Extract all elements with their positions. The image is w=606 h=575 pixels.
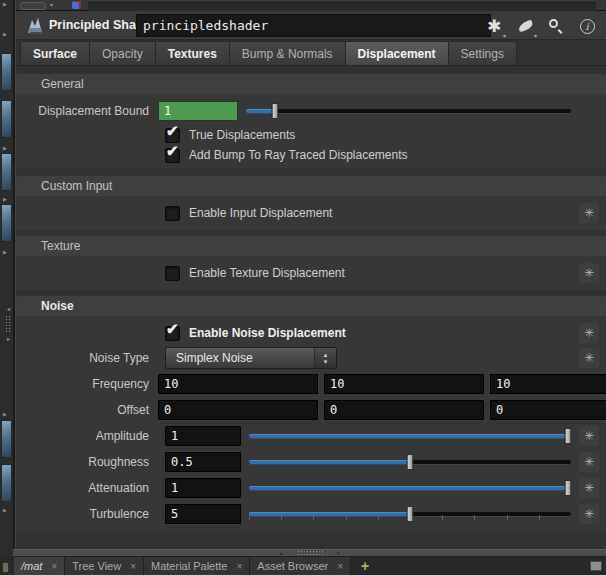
upper-pane-button[interactable] xyxy=(20,2,46,10)
divider-grip[interactable] xyxy=(297,550,323,556)
frequency-z-input[interactable] xyxy=(490,374,606,394)
shelf-thumbnail[interactable] xyxy=(1,153,12,191)
slider-track[interactable] xyxy=(246,109,571,113)
turbulence-slider[interactable] xyxy=(249,506,571,522)
slider-handle[interactable] xyxy=(407,454,414,470)
search-button[interactable] xyxy=(545,14,567,38)
param-menu-gear-icon[interactable]: ✳ xyxy=(579,478,599,498)
section-header-custom-input[interactable]: Custom Input xyxy=(16,176,606,196)
slider-handle[interactable] xyxy=(407,506,414,522)
param-row-noise-type: Noise Type Simplex Noise ▲▼ ✳ xyxy=(16,345,606,371)
param-row-offset: Offset ✳ xyxy=(16,397,606,423)
splitter-right-icon[interactable]: ▸ xyxy=(7,336,10,342)
collapse-down-icon[interactable]: ▾ xyxy=(337,550,340,556)
slider-handle[interactable] xyxy=(564,480,571,496)
pane-tab-asset-browser[interactable]: Asset Browser × xyxy=(250,557,351,575)
section-header-noise[interactable]: Noise xyxy=(16,296,606,316)
pane-tab-tree-view[interactable]: Tree View × xyxy=(65,557,144,575)
enable-input-checkbox[interactable] xyxy=(165,206,180,221)
parameter-pane: General Displacement Bound ✔ True Displa… xyxy=(16,66,606,549)
displacement-bound-input[interactable] xyxy=(158,101,238,121)
param-menu-gear-icon[interactable]: ✳ xyxy=(579,504,599,524)
slider-fill xyxy=(249,460,410,464)
add-bump-checkbox[interactable]: ✔ xyxy=(165,148,180,163)
roughness-input[interactable] xyxy=(165,452,241,472)
gear-menu-icon[interactable]: ✱ ▾ xyxy=(483,14,505,38)
dropdown-value: Simplex Noise xyxy=(166,351,314,365)
offset-y-input[interactable] xyxy=(324,400,484,420)
collapse-up-icon[interactable]: ▴ xyxy=(279,550,282,556)
pane-divider[interactable]: ▴ ▾ xyxy=(13,549,606,557)
tab-bump-normals[interactable]: Bump & Normals xyxy=(229,41,346,65)
info-button[interactable]: i xyxy=(576,14,598,38)
gear-icon: ✱ xyxy=(487,18,501,35)
offset-x-input[interactable] xyxy=(158,400,318,420)
shelf-thumbnail[interactable] xyxy=(1,204,12,242)
pane-tab-material-palette[interactable]: Material Palette × xyxy=(144,557,250,575)
chevron-down-icon: ▾ xyxy=(50,1,53,8)
shelf-thumbnail[interactable] xyxy=(1,53,12,91)
param-menu-gear-icon[interactable]: ✳ xyxy=(579,348,599,368)
enable-noise-checkbox[interactable]: ✔ xyxy=(165,326,180,341)
node-name-input[interactable] xyxy=(136,14,491,37)
close-icon[interactable]: × xyxy=(130,561,136,572)
param-row-frequency: Frequency ✳ xyxy=(16,371,606,397)
shelf-arrow-icon[interactable]: ▶ xyxy=(3,197,7,202)
amplitude-input[interactable] xyxy=(165,426,241,446)
shelf-thumbnail[interactable] xyxy=(1,420,12,458)
apply-material-brush-icon[interactable]: ▾ xyxy=(514,14,536,38)
param-row-add-bump: ✔ Add Bump To Ray Traced Displacements xyxy=(16,145,606,165)
checkbox-label: Add Bump To Ray Traced Displacements xyxy=(189,148,408,162)
pane-tab-mat[interactable]: /mat × xyxy=(14,557,65,575)
param-menu-gear-icon[interactable]: ✳ xyxy=(579,426,599,446)
param-menu-gear-icon[interactable]: ✳ xyxy=(579,452,599,472)
splitter-grip-dots[interactable] xyxy=(5,315,12,333)
search-icon xyxy=(548,18,564,34)
close-icon[interactable]: × xyxy=(337,561,343,572)
slider-handle[interactable] xyxy=(564,428,571,444)
attenuation-input[interactable] xyxy=(165,478,241,498)
amplitude-slider[interactable] xyxy=(249,428,571,444)
pane-tab-bar: /mat × Tree View × Material Palette × As… xyxy=(0,557,606,575)
shelf-arrow-icon[interactable]: ▶ xyxy=(3,508,7,513)
pane-corner-handle[interactable] xyxy=(590,561,602,571)
pane-splitter-grip[interactable]: ◂ ▸ xyxy=(4,306,13,342)
roughness-slider[interactable] xyxy=(249,454,571,470)
param-menu-gear-icon[interactable]: ✳ xyxy=(579,203,599,223)
shelf-arrow-icon[interactable]: ▶ xyxy=(3,32,7,37)
slider-handle[interactable] xyxy=(272,103,279,119)
shelf-thumbnail[interactable] xyxy=(1,464,12,502)
splitter-left-icon[interactable]: ◂ xyxy=(7,306,10,312)
checkbox-label: Enable Input Displacement xyxy=(189,206,332,220)
enable-texture-checkbox[interactable] xyxy=(165,266,180,281)
param-menu-gear-icon[interactable]: ✳ xyxy=(579,263,599,283)
offset-z-input[interactable] xyxy=(490,400,606,420)
tab-textures[interactable]: Textures xyxy=(155,41,230,65)
shelf-thumbnail[interactable] xyxy=(1,100,12,138)
shelf-arrow-icon[interactable]: ▶ xyxy=(3,146,7,151)
tab-surface[interactable]: Surface xyxy=(20,41,90,65)
param-label: Displacement Bound xyxy=(16,104,158,118)
new-tab-button[interactable]: + xyxy=(351,557,379,575)
shelf-arrow-icon[interactable]: ▶ xyxy=(3,412,7,417)
tab-opacity[interactable]: Opacity xyxy=(89,41,156,65)
param-row-attenuation: Attenuation ✳ xyxy=(16,475,606,501)
brush-icon xyxy=(517,19,534,32)
section-header-general[interactable]: General xyxy=(16,74,606,94)
shelf-arrow-icon[interactable]: ▶ xyxy=(3,250,7,255)
tab-settings[interactable]: Settings xyxy=(448,41,517,65)
close-icon[interactable]: × xyxy=(51,561,57,572)
frequency-y-input[interactable] xyxy=(324,374,484,394)
true-displacements-checkbox[interactable]: ✔ xyxy=(165,128,180,143)
close-icon[interactable]: × xyxy=(236,561,242,572)
param-menu-gear-icon[interactable]: ✳ xyxy=(579,323,599,343)
noise-type-dropdown[interactable]: Simplex Noise ▲▼ xyxy=(165,347,337,369)
turbulence-input[interactable] xyxy=(165,504,241,524)
attenuation-slider[interactable] xyxy=(249,480,571,496)
shelf-thumbnail xyxy=(2,562,9,573)
section-header-texture[interactable]: Texture xyxy=(16,236,606,256)
frequency-x-input[interactable] xyxy=(158,374,318,394)
displacement-bound-slider[interactable] xyxy=(246,103,571,119)
tab-displacement[interactable]: Displacement xyxy=(345,41,449,65)
shelf-arrow-icon[interactable]: ▶ xyxy=(3,2,7,7)
